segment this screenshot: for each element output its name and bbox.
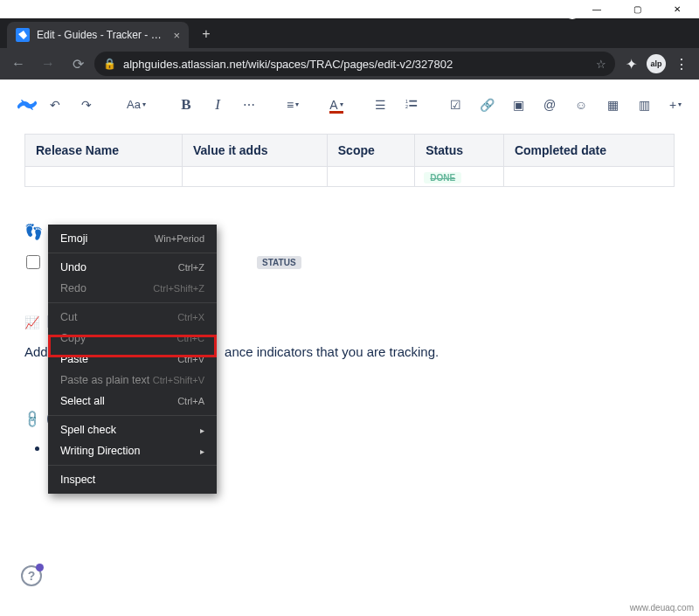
image-button[interactable]: ▣ (505, 92, 531, 118)
chrome-menu-icon[interactable]: ⋮ (669, 52, 694, 76)
context-menu-paste[interactable]: PasteCtrl+V (48, 349, 217, 370)
redo-button[interactable]: ↷ (73, 92, 100, 118)
context-menu-separator (48, 465, 217, 466)
browser-toolbar: ← → ⟳ 🔒 alphguides.atlassian.net/wiki/sp… (0, 48, 699, 80)
context-menu-shortcut: Ctrl+Shift+V (153, 375, 204, 385)
context-menu-spell-check[interactable]: Spell check (48, 419, 217, 440)
browser-tab-strip: Edit - Guides - Tracker - Conflue × + (0, 18, 699, 48)
svg-rect-3 (409, 105, 417, 107)
chart-emoji-icon: 📈 (24, 315, 39, 329)
context-menu-label: Paste as plain text (60, 374, 149, 386)
confluence-logo-icon[interactable] (17, 94, 37, 115)
task-checkbox[interactable] (26, 255, 40, 269)
lock-icon: 🔒 (103, 58, 116, 70)
notification-dot-icon (36, 564, 44, 571)
link-button[interactable]: 🔗 (474, 92, 500, 118)
chrome-profile-avatar[interactable]: alp (647, 54, 666, 73)
text-style-dropdown[interactable]: Aa▾ (117, 92, 156, 118)
extensions-icon[interactable]: ✦ (619, 52, 643, 76)
release-table[interactable]: Release Name Value it adds Scope Status … (24, 134, 675, 187)
context-menu-shortcut: Ctrl+X (177, 312, 204, 322)
th-status[interactable]: Status (415, 135, 504, 167)
context-menu[interactable]: EmojiWin+PeriodUndoCtrl+ZRedoCtrl+Shift+… (48, 225, 217, 494)
undo-button[interactable]: ↶ (42, 92, 68, 118)
emoji-button[interactable]: ☺ (568, 92, 594, 118)
context-menu-shortcut: Ctrl+A (177, 396, 204, 406)
th-value[interactable]: Value it adds (182, 135, 327, 167)
bullet-list-button[interactable]: ☰ (367, 92, 393, 118)
browser-tab-active[interactable]: Edit - Guides - Tracker - Conflue × (7, 22, 189, 48)
svg-text:2: 2 (405, 103, 408, 108)
back-button[interactable]: ← (5, 51, 31, 77)
context-menu-writing-direction[interactable]: Writing Direction (48, 440, 217, 461)
context-menu-select-all[interactable]: Select allCtrl+A (48, 391, 217, 412)
context-menu-undo[interactable]: UndoCtrl+Z (48, 257, 217, 278)
table-button[interactable]: ▦ (599, 92, 626, 118)
context-menu-separator (48, 415, 217, 416)
status-lozenge-done: DONE (424, 172, 461, 183)
context-menu-label: Spell check (60, 424, 116, 436)
insert-dropdown[interactable]: +▾ (662, 92, 689, 118)
table-row[interactable]: DONE (25, 167, 675, 187)
text-color-button[interactable]: A▾ (323, 92, 350, 118)
url-text: alphguides.atlassian.net/wiki/spaces/TRA… (123, 58, 589, 71)
context-menu-label: Undo (60, 261, 87, 273)
context-menu-shortcut: Ctrl+C (177, 333, 204, 343)
context-menu-redo: RedoCtrl+Shift+Z (48, 278, 217, 299)
mention-button[interactable]: @ (536, 92, 563, 118)
context-menu-label: Cut (60, 311, 77, 323)
tab-close-icon[interactable]: × (173, 29, 180, 42)
context-menu-cut: CutCtrl+X (48, 307, 217, 328)
italic-button[interactable]: I (204, 92, 231, 118)
reload-button[interactable]: ⟳ (65, 51, 91, 77)
context-menu-shortcut: Ctrl+Z (178, 262, 204, 273)
context-menu-shortcut: Ctrl+V (177, 354, 204, 364)
numbered-list-button[interactable]: 12 (398, 92, 425, 118)
status-placeholder-lozenge[interactable]: STATUS (257, 256, 301, 269)
help-button[interactable]: ? (21, 565, 42, 586)
context-menu-separator (48, 302, 217, 303)
th-scope[interactable]: Scope (327, 135, 415, 167)
context-menu-paste-as-plain-text: Paste as plain textCtrl+Shift+V (48, 370, 217, 391)
confluence-favicon (16, 28, 30, 42)
context-menu-label: Copy (60, 332, 86, 344)
recording-indicator-icon[interactable] (564, 3, 580, 19)
link-emoji-icon: 🔗 (22, 408, 42, 428)
context-menu-label: Redo (60, 282, 87, 294)
more-formatting-button[interactable]: ⋯ (236, 92, 262, 118)
context-menu-separator (48, 253, 217, 253)
address-bar[interactable]: 🔒 alphguides.atlassian.net/wiki/spaces/T… (94, 52, 615, 76)
context-menu-label: Emoji (60, 232, 87, 245)
window-titlebar: — ▢ ✕ (0, 0, 699, 18)
footprints-emoji-icon: 👣 (24, 223, 43, 241)
context-menu-label: Paste (60, 353, 88, 365)
bold-button[interactable]: B (173, 92, 199, 118)
context-menu-label: Writing Direction (60, 445, 140, 457)
bookmark-star-icon[interactable]: ☆ (596, 58, 606, 71)
layouts-button[interactable]: ▥ (631, 92, 657, 118)
svg-rect-1 (409, 100, 417, 101)
watermark-text: www.deuaq.com (630, 603, 694, 613)
tab-title: Edit - Guides - Tracker - Conflue (37, 29, 166, 41)
action-item-button[interactable]: ☑ (442, 92, 468, 118)
th-release-name[interactable]: Release Name (25, 135, 183, 167)
forward-button[interactable]: → (35, 51, 61, 77)
new-tab-button[interactable]: + (194, 22, 218, 46)
window-minimize-button[interactable]: — (577, 0, 617, 18)
th-completed[interactable]: Completed date (503, 135, 674, 167)
window-maximize-button[interactable]: ▢ (617, 0, 657, 18)
editor-toolbar: ↶ ↷ Aa▾ B I ⋯ ≡▾ A▾ ☰ 12 ☑ 🔗 ▣ @ ☺ ▦ ▥ +… (0, 80, 699, 130)
context-menu-label: Inspect (60, 474, 95, 486)
context-menu-label: Select all (60, 395, 105, 407)
alignment-dropdown[interactable]: ≡▾ (280, 92, 306, 118)
context-menu-shortcut: Win+Period (155, 233, 204, 244)
context-menu-copy: CopyCtrl+C (48, 328, 217, 349)
window-close-button[interactable]: ✕ (657, 0, 697, 18)
context-menu-emoji[interactable]: EmojiWin+Period (48, 228, 217, 249)
context-menu-inspect[interactable]: Inspect (48, 469, 217, 490)
context-menu-shortcut: Ctrl+Shift+Z (153, 283, 204, 294)
